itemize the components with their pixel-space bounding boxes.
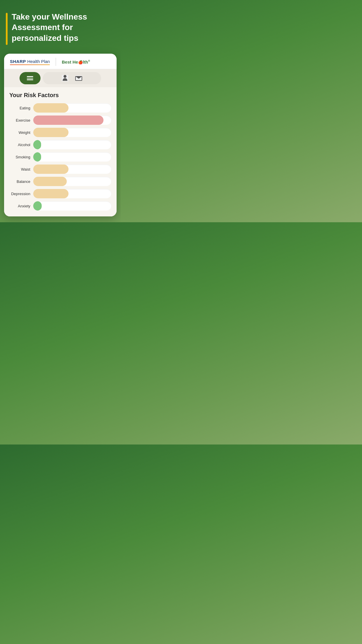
risk-item-label: Exercise xyxy=(9,118,30,123)
risk-bar-fill xyxy=(33,164,68,174)
risk-bar-container[interactable] xyxy=(33,201,111,211)
health-plan-text: Health Plan xyxy=(27,59,50,64)
apple-icon: 🍎 xyxy=(78,60,83,64)
risk-bar-container[interactable] xyxy=(33,116,111,125)
sharp-health-plan-logo: SHARP Health Plan xyxy=(10,59,50,65)
risk-bar-container[interactable] xyxy=(33,128,111,137)
risk-item: Smoking xyxy=(9,152,111,162)
app-wrapper: Take your Wellness Assessment for person… xyxy=(0,0,121,216)
risk-item: Weight xyxy=(9,128,111,137)
risk-bar-fill xyxy=(33,201,42,211)
risk-bar-container[interactable] xyxy=(33,177,111,186)
risk-bar-fill xyxy=(33,152,41,162)
risk-item-label: Smoking xyxy=(9,155,30,159)
risk-bar-container[interactable] xyxy=(33,103,111,113)
yellow-accent-bar xyxy=(6,13,8,45)
risk-bar-fill xyxy=(33,140,41,149)
risk-item-label: Alcohol xyxy=(9,143,30,147)
person-icon xyxy=(62,75,68,81)
risk-bar-container[interactable] xyxy=(33,164,111,174)
logo-divider xyxy=(56,58,56,66)
hamburger-line-1 xyxy=(27,76,33,77)
risk-item-label: Anxiety xyxy=(9,204,30,208)
risk-factors-title: Your Risk Factors xyxy=(9,92,111,99)
risk-item: Depression xyxy=(9,189,111,198)
app-card: SHARP Health Plan Best He🍎lth® xyxy=(4,54,117,216)
menu-button[interactable] xyxy=(20,72,41,84)
risk-item-label: Weight xyxy=(9,130,30,135)
nav-secondary-buttons xyxy=(43,72,101,84)
risk-bar-container[interactable] xyxy=(33,140,111,149)
risk-item: Eating xyxy=(9,103,111,113)
risk-bar-container[interactable] xyxy=(33,152,111,162)
risk-item: Balance xyxy=(9,177,111,186)
hamburger-line-2 xyxy=(27,78,33,79)
risk-bar-fill xyxy=(33,177,67,186)
risk-item: Waist xyxy=(9,164,111,174)
person-body xyxy=(63,78,67,81)
risk-bar-fill xyxy=(33,103,68,113)
headline-text: Take your Wellness Assessment for person… xyxy=(12,12,115,43)
card-header: SHARP Health Plan Best He🍎lth® xyxy=(4,54,117,69)
risk-item-label: Eating xyxy=(9,106,30,110)
risk-item-label: Balance xyxy=(9,179,30,184)
risk-item-label: Waist xyxy=(9,167,30,172)
risk-item: Alcohol xyxy=(9,140,111,149)
risk-item: Exercise xyxy=(9,116,111,125)
nav-buttons xyxy=(4,69,117,87)
risk-factors-section: Your Risk Factors EatingExerciseWeightAl… xyxy=(4,87,117,216)
sharp-underline xyxy=(10,64,50,65)
messages-button[interactable] xyxy=(75,76,82,81)
risk-bar-fill xyxy=(33,116,103,125)
profile-button[interactable] xyxy=(62,75,68,81)
risk-item: Anxiety xyxy=(9,201,111,211)
hamburger-line-3 xyxy=(27,79,33,80)
risk-item-label: Depression xyxy=(9,192,30,196)
best-health-logo: Best He🍎lth® xyxy=(62,60,90,64)
mail-icon xyxy=(75,76,82,81)
headline-section: Take your Wellness Assessment for person… xyxy=(0,0,121,54)
risk-bar-fill xyxy=(33,128,68,137)
sharp-logo-text: SHARP xyxy=(10,59,27,64)
risk-bar-container[interactable] xyxy=(33,189,111,198)
person-head xyxy=(64,75,66,78)
risk-bar-fill xyxy=(33,189,68,198)
risk-items-list: EatingExerciseWeightAlcoholSmokingWaistB… xyxy=(9,103,111,211)
